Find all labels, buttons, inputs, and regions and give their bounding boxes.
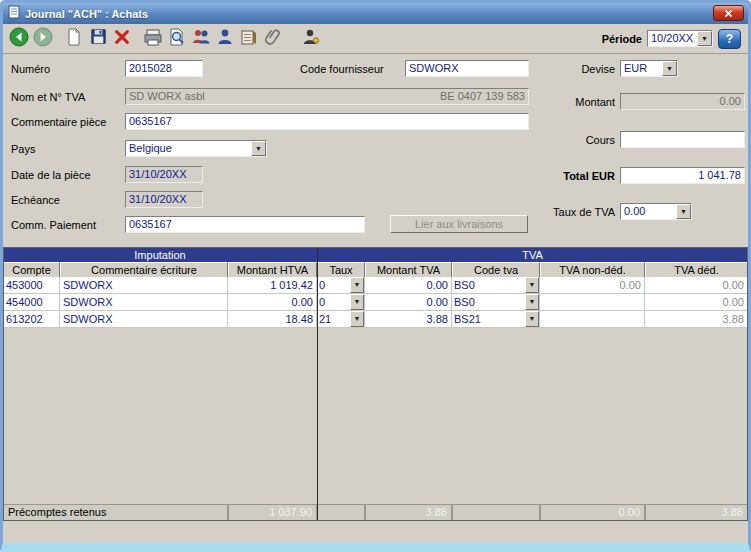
chevron-down-icon[interactable]: ▼ <box>662 61 677 76</box>
cell-commentaire[interactable]: SDWORX <box>60 294 228 311</box>
numero-field[interactable]: 2015028 <box>125 60 203 77</box>
help-button[interactable]: ? <box>718 29 741 49</box>
footer-montant-htva: 1 037.90 <box>228 504 317 521</box>
notes-icon <box>239 27 259 51</box>
cell-tva-non-ded: 0.00 <box>540 277 645 294</box>
cell-compte[interactable]: 453000 <box>3 277 60 294</box>
chevron-down-icon[interactable]: ▼ <box>676 204 691 219</box>
cell-tva-ded: 3.88 <box>645 311 748 328</box>
contacts-button[interactable] <box>190 27 212 51</box>
cell-tva-ded: 0.00 <box>645 277 748 294</box>
attachment-button[interactable] <box>262 27 284 51</box>
group-tva: TVA <box>317 247 748 263</box>
cell-compte[interactable]: 613202 <box>3 311 60 328</box>
footer-label: Précomptes retenus <box>3 504 228 521</box>
delete-button[interactable] <box>111 27 133 51</box>
printer-button[interactable] <box>142 27 164 51</box>
periode-label: Période <box>602 33 642 45</box>
cours-field[interactable] <box>620 131 745 148</box>
window-title: Journal "ACH" : Achats <box>25 8 148 20</box>
chevron-down-icon[interactable]: ▼ <box>525 277 539 293</box>
chevron-down-icon[interactable]: ▼ <box>697 31 712 46</box>
cell-montant-htva[interactable]: 0.00 <box>228 294 317 311</box>
code-fournisseur-label: Code fournisseur <box>300 63 384 75</box>
chevron-down-icon[interactable]: ▼ <box>251 141 266 156</box>
cell-montant-tva[interactable]: 0.00 <box>365 277 452 294</box>
lier-livraisons-button: Lier aux livraisons <box>390 215 528 233</box>
forward-icon <box>33 27 53 51</box>
col-code-tva: Code tva <box>452 262 540 278</box>
date-piece-field: 31/10/20XX <box>125 166 203 183</box>
group-imputation: Imputation <box>3 247 317 263</box>
taux-tva-label: Taux de TVA <box>523 206 615 218</box>
grid-group-header: Imputation TVA <box>3 247 748 262</box>
cell-montant-htva[interactable]: 1 019.42 <box>228 277 317 294</box>
pays-select[interactable]: Belgique ▼ <box>125 140 267 157</box>
total-eur-label: Total EUR <box>533 170 615 182</box>
back-button[interactable] <box>8 27 30 51</box>
preview-icon <box>167 27 187 51</box>
cell-code-tva-select[interactable]: BS21 ▼ <box>452 311 540 328</box>
cell-code-tva-select[interactable]: BS0 ▼ <box>452 277 540 294</box>
col-montant-tva: Montant TVA <box>365 262 452 278</box>
cell-montant-tva[interactable]: 3.88 <box>365 311 452 328</box>
chevron-down-icon[interactable]: ▼ <box>525 311 539 327</box>
echeance-label: Echéance <box>11 194 60 206</box>
pays-value: Belgique <box>126 141 251 156</box>
notes-button[interactable] <box>238 27 260 51</box>
col-commentaire: Commentaire écriture <box>60 262 228 278</box>
taux-tva-select[interactable]: 0.00 ▼ <box>620 203 692 220</box>
chevron-down-icon[interactable]: ▼ <box>525 294 539 310</box>
imputation-tva-divider <box>317 247 318 521</box>
devise-select[interactable]: EUR ▼ <box>620 60 678 77</box>
attachment-icon <box>263 27 283 51</box>
chevron-down-icon[interactable]: ▼ <box>350 294 364 310</box>
col-tva-ded: TVA déd. <box>645 262 748 278</box>
footer-taux-empty <box>317 504 365 521</box>
cell-commentaire[interactable]: SDWORX <box>60 311 228 328</box>
footer-tva-ded: 3.88 <box>645 504 748 521</box>
close-button[interactable] <box>713 5 744 21</box>
cell-tva-non-ded <box>540 294 645 311</box>
col-tva-non-ded: TVA non-déd. <box>540 262 645 278</box>
date-piece-label: Date de la pièce <box>11 169 91 181</box>
cours-label: Cours <box>554 134 615 146</box>
periode-group: Période 10/20XX ▼ ? <box>602 29 743 49</box>
chevron-down-icon[interactable]: ▼ <box>350 311 364 327</box>
comm-paiement-field[interactable]: 0635167 <box>125 216 365 233</box>
commentaire-piece-field[interactable]: 0635167 <box>125 113 529 130</box>
footer-tva-non-ded: 0.00 <box>540 504 645 521</box>
cell-taux-select[interactable]: 0 ▼ <box>317 294 365 311</box>
periode-select[interactable]: 10/20XX ▼ <box>647 30 713 47</box>
save-button[interactable] <box>87 27 109 51</box>
close-icon <box>724 4 733 22</box>
printer-icon <box>143 27 163 51</box>
footer-code-tva-empty <box>452 504 540 521</box>
cell-montant-tva[interactable]: 0.00 <box>365 294 452 311</box>
comm-paiement-label: Comm. Paiement <box>11 219 96 231</box>
echeance-field: 31/10/20XX <box>125 191 203 208</box>
cell-compte[interactable]: 454000 <box>3 294 60 311</box>
col-compte: Compte <box>3 262 60 278</box>
devise-value: EUR <box>621 61 662 76</box>
col-taux: Taux <box>317 262 365 278</box>
cell-taux-select[interactable]: 21 ▼ <box>317 311 365 328</box>
pays-label: Pays <box>11 143 35 155</box>
permissions-button[interactable] <box>300 27 322 51</box>
commentaire-piece-label: Commentaire pièce <box>11 116 106 128</box>
devise-label: Devise <box>563 63 615 75</box>
cell-code-tva-select[interactable]: BS0 ▼ <box>452 294 540 311</box>
chevron-down-icon[interactable]: ▼ <box>350 277 364 293</box>
contacts-icon <box>191 27 211 51</box>
app-window: Journal "ACH" : Achats <box>0 0 751 552</box>
forward-button[interactable] <box>32 27 54 51</box>
cell-commentaire[interactable]: SDWORX <box>60 277 228 294</box>
code-fournisseur-field[interactable]: SDWORX <box>405 60 529 77</box>
user-button[interactable] <box>214 27 236 51</box>
cell-tva-ded: 0.00 <box>645 294 748 311</box>
new-document-button[interactable] <box>63 27 85 51</box>
cell-montant-htva[interactable]: 18.48 <box>228 311 317 328</box>
toolbar: Période 10/20XX ▼ ? <box>3 24 748 54</box>
cell-taux-select[interactable]: 0 ▼ <box>317 277 365 294</box>
preview-button[interactable] <box>166 27 188 51</box>
